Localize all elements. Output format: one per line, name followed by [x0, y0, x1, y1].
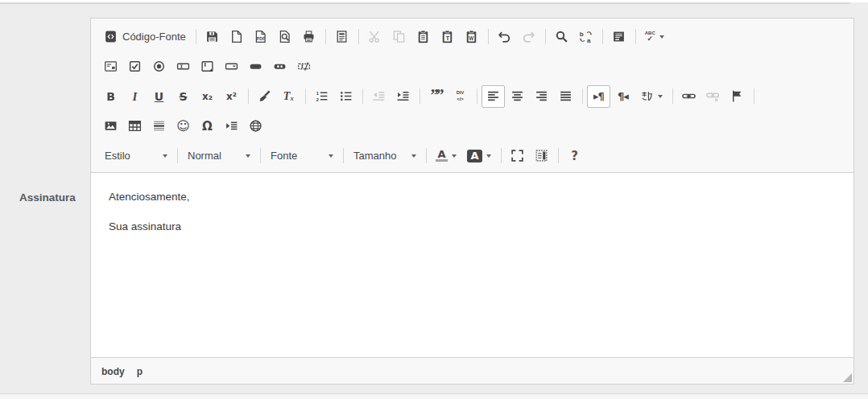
checkbox-button[interactable]: [123, 56, 147, 78]
toolbar-separator: [501, 148, 502, 163]
image-button-icon: [273, 60, 287, 73]
iframe-icon: [249, 119, 262, 133]
content-paragraph: Atenciosamente,: [109, 189, 836, 205]
source-button[interactable]: Código-Fonte: [99, 26, 191, 48]
background-color-button[interactable]: A: [462, 145, 496, 167]
italic-button[interactable]: I: [123, 85, 147, 108]
templates-button[interactable]: [330, 26, 353, 48]
anchor-icon: [730, 89, 744, 103]
toolbar-separator: [196, 29, 196, 44]
paragraph-format-combo-label: Normal: [188, 150, 242, 162]
subscript-button[interactable]: x₂: [196, 85, 219, 108]
bottom-strip: [0, 394, 868, 399]
link-icon: [682, 89, 696, 103]
underline-button[interactable]: U: [147, 85, 171, 108]
increase-indent-button[interactable]: [391, 85, 415, 108]
paste-icon: [416, 30, 430, 43]
font-size-combo[interactable]: Tamanho: [348, 145, 422, 167]
bulleted-list-button[interactable]: [334, 85, 358, 108]
toolbar-separator: [343, 148, 344, 163]
show-blocks-button[interactable]: [530, 145, 553, 167]
special-character-button[interactable]: Ω: [196, 115, 219, 138]
styles-combo[interactable]: Estilo: [99, 145, 173, 167]
signature-field-label: Assinatura: [19, 191, 76, 204]
blockquote-button[interactable]: ””: [424, 85, 448, 108]
replace-button[interactable]: [574, 26, 597, 48]
horizontal-line-button[interactable]: [147, 115, 171, 138]
hidden-field-button[interactable]: [292, 56, 316, 78]
smiley-button[interactable]: ☺: [172, 115, 195, 138]
toolbar-separator: [362, 88, 363, 104]
strikethrough-button[interactable]: S: [172, 85, 195, 108]
path-element-body[interactable]: body: [101, 366, 125, 377]
bold-icon: B: [105, 90, 116, 103]
text-color-button[interactable]: A: [431, 145, 461, 167]
image-button-button[interactable]: [268, 56, 291, 78]
find-button[interactable]: [550, 26, 573, 48]
ltr-button[interactable]: ▸¶: [587, 85, 610, 108]
toolbar-separator: [635, 29, 636, 44]
horizontal-line-icon: [152, 119, 166, 133]
rtl-button[interactable]: ¶◂: [611, 85, 634, 108]
resize-handle-icon[interactable]: [843, 373, 852, 382]
link-button[interactable]: [677, 85, 701, 108]
select-all-button[interactable]: [607, 26, 630, 48]
toolbar-separator: [488, 29, 489, 44]
show-blocks-icon: [535, 149, 548, 162]
about-icon: ?: [569, 150, 580, 162]
language-button[interactable]: [635, 85, 668, 108]
toolbar-separator: [582, 88, 583, 104]
editor-content[interactable]: Atenciosamente,Sua assinatura: [91, 172, 854, 358]
paragraph-format-combo[interactable]: Normal: [182, 145, 256, 167]
superscript-button[interactable]: x²: [220, 85, 243, 108]
new-page-button[interactable]: [225, 26, 248, 48]
align-right-button[interactable]: [530, 85, 553, 108]
table-button[interactable]: [123, 115, 147, 138]
copy-formatting-button[interactable]: [253, 85, 276, 108]
toolbar-separator: [325, 29, 326, 44]
textarea-button[interactable]: [196, 56, 219, 78]
anchor-button[interactable]: [725, 85, 749, 108]
align-justify-button[interactable]: [554, 85, 577, 108]
align-left-button[interactable]: [482, 85, 505, 108]
save-button[interactable]: [200, 26, 224, 48]
paste-button[interactable]: [411, 26, 435, 48]
rtl-icon: ¶◂: [618, 90, 628, 103]
export-pdf-button[interactable]: [249, 26, 272, 48]
maximize-button[interactable]: [506, 145, 529, 167]
decrease-indent-button: [367, 85, 391, 108]
page-break-button[interactable]: [220, 115, 243, 138]
print-button[interactable]: [297, 26, 320, 48]
spell-check-button[interactable]: ABC✓: [640, 26, 669, 48]
about-button[interactable]: ?: [563, 145, 586, 167]
toolbar-separator: [358, 29, 359, 44]
preview-button[interactable]: [273, 26, 296, 48]
text-field-button[interactable]: [172, 56, 195, 78]
selection-field-button[interactable]: [220, 56, 243, 78]
align-center-button[interactable]: [506, 85, 529, 108]
toolbar-row: [99, 51, 845, 81]
bold-button[interactable]: B: [99, 85, 122, 108]
toolbar-separator: [260, 148, 261, 163]
image-button[interactable]: [99, 115, 122, 138]
strikethrough-icon: S: [178, 90, 188, 103]
language-icon: [640, 89, 654, 103]
decrease-indent-icon: [372, 89, 386, 103]
iframe-button[interactable]: [244, 115, 267, 138]
div-container-button[interactable]: DIV</>: [448, 85, 472, 108]
paste-as-text-button[interactable]: [436, 26, 459, 48]
path-element-p[interactable]: p: [137, 366, 143, 377]
cut-icon: [368, 30, 382, 43]
button-button[interactable]: [244, 56, 267, 78]
remove-format-button[interactable]: Tₓ: [277, 85, 300, 108]
radio-button-button[interactable]: [147, 56, 171, 78]
paste-from-word-button[interactable]: [460, 26, 483, 48]
undo-button[interactable]: [493, 26, 516, 48]
form-button[interactable]: [99, 56, 122, 78]
cut-button: [363, 26, 386, 48]
unlink-icon: [706, 89, 720, 103]
numbered-list-button[interactable]: [310, 85, 333, 108]
form-icon: [104, 60, 118, 73]
align-left-icon: [486, 89, 500, 103]
font-combo[interactable]: Fonte: [265, 145, 339, 167]
